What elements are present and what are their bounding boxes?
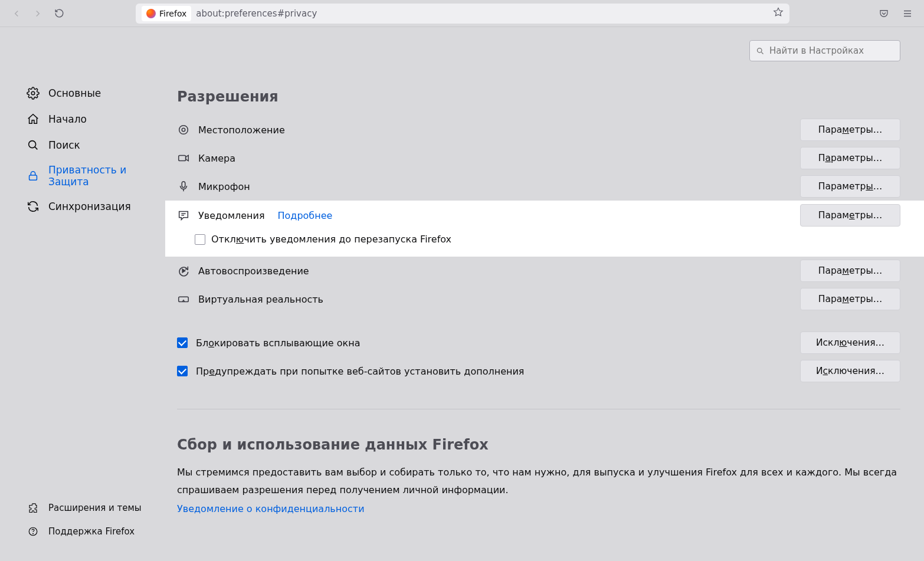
sidebar-item-sync[interactable]: Синхронизация: [26, 193, 156, 219]
perm-label: Местоположение: [198, 124, 285, 136]
exceptions-button-popups[interactable]: Исключения…: [800, 332, 900, 354]
data-body-text: Мы стремимся предоставить вам выбор и со…: [177, 464, 900, 500]
perm-row-addons: Предупреждать при попытке веб-сайтов уст…: [177, 357, 900, 385]
perm-row-camera: Камера Параметры…: [177, 144, 900, 172]
sidebar: Основные Начало Поиск Приватность и Защи…: [0, 27, 165, 561]
settings-button-vr[interactable]: Параметры…: [800, 288, 900, 310]
main-content: Найти в Настройках Разрешения Местополож…: [165, 27, 924, 561]
svg-rect-9: [182, 182, 185, 188]
checkbox-checked[interactable]: [177, 366, 188, 376]
sidebar-item-label: Расширения и темы: [48, 503, 142, 513]
perm-label: Камера: [198, 153, 235, 164]
autoplay-icon: [177, 264, 190, 277]
lock-icon: [26, 169, 40, 183]
section-heading-permissions: Разрешения: [177, 88, 900, 105]
sidebar-item-label: Поиск: [48, 139, 80, 151]
site-label: Firefox: [159, 9, 186, 18]
site-identity[interactable]: Firefox: [142, 6, 191, 21]
url-bar[interactable]: Firefox about:preferences#privacy: [136, 4, 789, 24]
puzzle-icon: [26, 501, 40, 515]
search-placeholder: Найти в Настройках: [769, 45, 864, 56]
help-icon: [26, 524, 40, 539]
sidebar-item-extensions[interactable]: Расширения и темы: [26, 496, 156, 520]
camera-icon: [177, 152, 190, 165]
checkbox-label: Предупреждать при попытке веб-сайтов уст…: [196, 366, 524, 377]
svg-rect-2: [30, 175, 37, 180]
section-heading-data: Сбор и использование данных Firefox: [177, 437, 900, 453]
privacy-notice-link[interactable]: Уведомление о конфиденциальности: [177, 503, 365, 514]
sidebar-item-support[interactable]: Поддержка Firefox: [26, 520, 156, 543]
svg-point-1: [29, 141, 36, 148]
sidebar-item-search[interactable]: Поиск: [26, 132, 156, 158]
settings-button-notifications[interactable]: Параметры…: [800, 204, 900, 227]
exceptions-button-addons[interactable]: Исключения…: [800, 360, 900, 382]
url-text: about:preferences#privacy: [196, 8, 317, 19]
reload-button[interactable]: [50, 4, 68, 23]
search-icon: [26, 138, 40, 152]
svg-point-0: [31, 91, 35, 95]
back-button[interactable]: [7, 4, 26, 23]
firefox-logo-icon: [146, 9, 156, 18]
gear-icon: [26, 86, 40, 100]
menu-icon[interactable]: [898, 4, 917, 23]
learn-more-link[interactable]: Подробнее: [278, 210, 333, 221]
svg-point-5: [758, 48, 762, 53]
sidebar-item-general[interactable]: Основные: [26, 80, 156, 106]
forward-button[interactable]: [28, 4, 47, 23]
search-icon: [756, 47, 765, 55]
perm-row-notifications-highlighted: Уведомления Подробнее Параметры… Отключи…: [165, 201, 924, 257]
checkbox-unchecked[interactable]: [195, 234, 205, 245]
svg-rect-8: [179, 155, 186, 160]
vr-icon: [177, 293, 190, 306]
perm-row-vr: Виртуальная реальность Параметры…: [177, 285, 900, 313]
perm-label: Микрофон: [198, 181, 250, 192]
perm-label: Виртуальная реальность: [198, 294, 323, 305]
location-icon: [177, 123, 190, 136]
perm-row-location: Местоположение Параметры…: [177, 116, 900, 144]
sync-icon: [26, 199, 40, 214]
divider: [177, 409, 900, 409]
perm-row-autoplay: Автовоспроизведение Параметры…: [177, 257, 900, 285]
checkbox-label: Блокировать всплывающие окна: [196, 337, 360, 349]
pocket-icon[interactable]: [874, 4, 893, 23]
settings-button-location[interactable]: Параметры…: [800, 119, 900, 141]
sidebar-item-label: Поддержка Firefox: [48, 526, 135, 537]
sidebar-item-label: Приватность и Защита: [48, 164, 156, 188]
sidebar-item-privacy[interactable]: Приватность и Защита: [26, 158, 156, 193]
perm-row-popups: Блокировать всплывающие окна Исключения…: [177, 329, 900, 357]
perm-row-microphone: Микрофон Параметры…: [177, 172, 900, 201]
settings-button-microphone[interactable]: Параметры…: [800, 175, 900, 198]
sidebar-item-label: Синхронизация: [48, 201, 131, 212]
checkbox-checked[interactable]: [177, 337, 188, 348]
svg-point-7: [182, 128, 185, 132]
bookmark-star-icon[interactable]: [773, 7, 784, 20]
svg-point-6: [179, 126, 188, 134]
sidebar-item-label: Основные: [48, 87, 101, 99]
checkbox-label: Отключить уведомления до перезапуска Fir…: [211, 234, 451, 245]
notification-icon: [177, 209, 190, 222]
settings-search-input[interactable]: Найти в Настройках: [749, 40, 900, 61]
settings-button-camera[interactable]: Параметры…: [800, 147, 900, 169]
perm-label: Уведомления: [198, 210, 265, 221]
microphone-icon: [177, 180, 190, 193]
settings-button-autoplay[interactable]: Параметры…: [800, 260, 900, 282]
perm-label: Автовоспроизведение: [198, 265, 309, 277]
home-icon: [26, 112, 40, 126]
browser-toolbar: Firefox about:preferences#privacy: [0, 0, 924, 27]
sidebar-item-label: Начало: [48, 113, 87, 125]
svg-point-4: [33, 533, 34, 534]
disable-notifications-checkbox-row[interactable]: Отключить уведомления до перезапуска Fir…: [177, 230, 900, 248]
sidebar-item-home[interactable]: Начало: [26, 106, 156, 132]
